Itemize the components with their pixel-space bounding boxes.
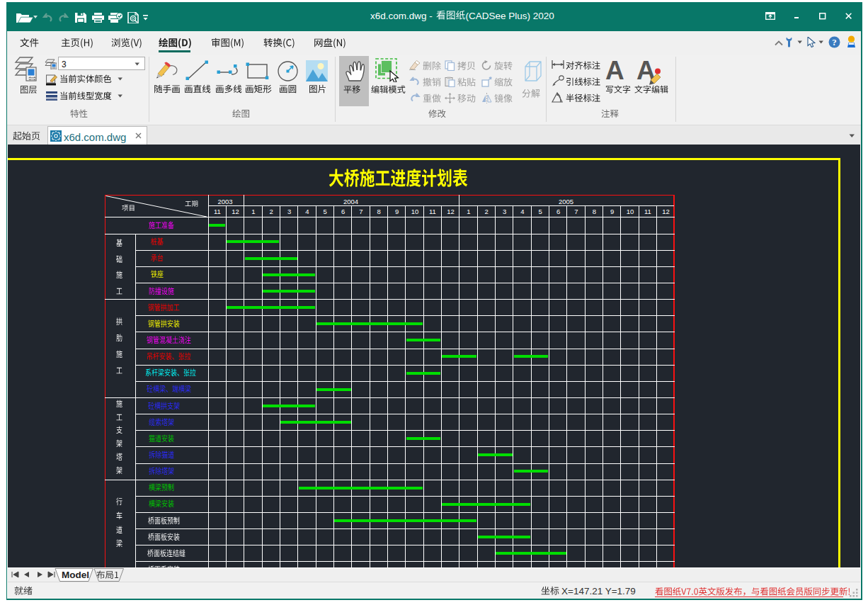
svg-text:?: ? <box>832 37 837 47</box>
